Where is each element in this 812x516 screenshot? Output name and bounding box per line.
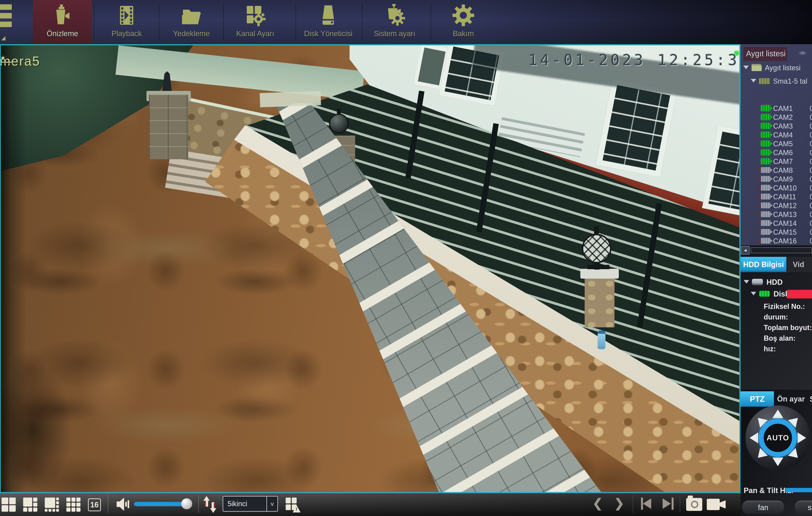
tab-preset[interactable]: Ön ayar — [777, 391, 809, 407]
chevron-down-icon[interactable] — [751, 79, 756, 83]
camera-list-item[interactable]: CAM2 0 — [741, 113, 812, 122]
camera-list-item[interactable]: CAM12 0 — [741, 201, 812, 210]
hdd-field-label: Toplam boyut: — [764, 323, 812, 332]
tab-hdd-info[interactable]: HDD Bilgisi — [741, 257, 786, 272]
toolbar-separator — [295, 4, 296, 40]
layout-4-button[interactable] — [2, 497, 16, 512]
live-video-tile[interactable]: mera5✶— 14-01-2023 12:25:39 — [0, 44, 741, 493]
preview-camera-icon — [51, 3, 74, 27]
scene-lamp-pillar — [585, 278, 614, 327]
hdd-tree-root[interactable]: HDD — [741, 278, 812, 286]
dropdown-value: 5ikinci — [228, 500, 247, 508]
camera-list-item[interactable]: CAM15 0 — [741, 228, 812, 237]
stream-switch-icon[interactable] — [203, 495, 217, 513]
camera-name: CAM7 — [773, 157, 793, 166]
page-prev-button[interactable]: ❮ — [592, 496, 603, 510]
camera-list-item[interactable]: CAM6 0 — [741, 148, 812, 157]
device-icon — [759, 78, 770, 84]
chevron-down-icon[interactable] — [743, 65, 749, 69]
video-timestamp-overlay: 14-01-2023 12:25:39 — [528, 51, 741, 69]
skip-last-button[interactable] — [663, 497, 674, 510]
camera-list-item[interactable]: CAM13 0 — [741, 210, 812, 219]
system-settings-icon — [383, 3, 406, 27]
tab-ptz[interactable]: PTZ — [741, 391, 774, 407]
ptz-direction-arrow[interactable] — [798, 432, 806, 443]
camera-list-item[interactable]: CAM9 0 — [741, 175, 812, 183]
stream-status-dot — [734, 51, 739, 56]
toolbar-separator — [108, 495, 108, 513]
camera-channel-truncated: 0 — [810, 105, 812, 113]
camera-name: CAM15 — [773, 228, 797, 236]
fan-button[interactable]: fan — [742, 501, 784, 514]
camera-channel-truncated: 0 — [810, 140, 812, 148]
ptz-wheel[interactable]: AUTO — [746, 405, 810, 470]
ptz-panel: PTZ Ön ayar S AUTO Pan & Tilt Hızı — [741, 390, 812, 516]
toolbar-item-preview[interactable]: Önizleme — [33, 0, 92, 44]
tab-video[interactable]: Vid — [787, 257, 812, 272]
folder-icon — [752, 64, 762, 71]
scroll-left-button[interactable]: ◄ — [741, 246, 750, 255]
toolbar-item-maintenance[interactable]: Bakım — [434, 0, 493, 44]
stream-duration-dropdown[interactable]: 5ikinci v — [223, 496, 278, 512]
toolbar-separator — [223, 4, 224, 40]
camera-icon — [761, 211, 771, 217]
camera-list-item[interactable]: CAM10 0 — [741, 183, 812, 193]
camera-list-item[interactable]: CAM16 0 — [741, 237, 812, 246]
camera-icon — [761, 238, 771, 243]
toolbar-item-playback[interactable]: Playback — [97, 0, 156, 44]
camera-name: CAM16 — [773, 237, 797, 245]
snapshot-button[interactable] — [686, 498, 702, 511]
hdd-field-label: Boş alan: — [764, 334, 795, 342]
camera-list-item[interactable]: CAM14 0 — [741, 219, 812, 228]
ptz-center-ring[interactable]: AUTO — [759, 419, 797, 457]
volume-slider-track[interactable] — [134, 502, 183, 506]
page-next-button[interactable]: ❯ — [614, 496, 624, 510]
camera-name: CAM1 — [773, 105, 793, 113]
camera-list-item[interactable]: CAM4 0 — [741, 131, 812, 139]
camera-name: CAM4 — [773, 131, 793, 139]
toolbar-item-label: Playback — [97, 29, 156, 38]
scrollbar-track[interactable] — [751, 248, 812, 253]
toolbar-item-channel-settings[interactable]: Kanal Ayarı — [226, 0, 285, 44]
disk-icon — [759, 291, 770, 297]
ptz-direction-arrow[interactable] — [772, 458, 783, 466]
record-button[interactable] — [707, 499, 726, 510]
pan-tilt-speed-slider[interactable] — [785, 488, 812, 492]
layout-9-button[interactable] — [66, 497, 81, 512]
toolbar-item-system-settings[interactable]: Sistem ayarı — [365, 0, 424, 44]
device-tree-root[interactable]: Aygıt listesi — [741, 64, 812, 73]
layout-8-button[interactable] — [45, 497, 59, 512]
ptz-direction-arrow[interactable] — [772, 409, 783, 418]
camera-channel-truncated: 0 — [810, 237, 812, 245]
wiper-button[interactable]: silece — [795, 501, 812, 514]
toolbar-item-backup[interactable]: Yedekleme — [162, 0, 221, 44]
device-list-panel: Aygıt listesi Aygıt listesi Sma1-5 tal C… — [741, 44, 812, 246]
toolbar-item-label: Bakım — [434, 29, 493, 38]
chevron-down-icon[interactable] — [744, 280, 749, 284]
tab-truncated[interactable]: S — [810, 391, 812, 407]
menu-icon[interactable] — [0, 4, 12, 10]
camera-list-item[interactable]: CAM1 0 — [741, 104, 812, 113]
panel-corner-decoration — [797, 50, 809, 56]
volume-speaker-icon[interactable] — [116, 497, 130, 512]
ptz-auto-button[interactable]: AUTO — [767, 434, 789, 442]
chevron-down-icon[interactable] — [751, 292, 756, 295]
alarm-grid-icon[interactable] — [286, 497, 299, 512]
disk-manager-icon — [317, 3, 340, 27]
camera-list-item[interactable]: CAM7 0 — [741, 157, 812, 166]
volume-slider-knob[interactable] — [181, 498, 192, 509]
skip-first-button[interactable] — [641, 497, 652, 510]
layout-16-button[interactable]: 16 — [88, 498, 101, 511]
camera-list-item[interactable]: CAM3 0 — [741, 122, 812, 131]
ptz-direction-arrow[interactable] — [750, 432, 758, 443]
hdd-field-label: hız: — [764, 345, 776, 353]
layout-6-button[interactable] — [23, 497, 37, 512]
chevron-down-icon[interactable]: v — [266, 496, 278, 511]
camera-list-item[interactable]: CAM8 0 — [741, 166, 812, 175]
toolbar-item-disk-manager[interactable]: Disk Yöneticisi — [299, 0, 358, 44]
camera-list-item[interactable]: CAM5 0 — [741, 139, 812, 148]
hdd-field-label: durum: — [764, 313, 788, 321]
camera-list-item[interactable]: CAM11 0 — [741, 193, 812, 201]
device-tree-device[interactable]: Sma1-5 tal — [741, 77, 812, 87]
camera-icon — [761, 132, 771, 138]
